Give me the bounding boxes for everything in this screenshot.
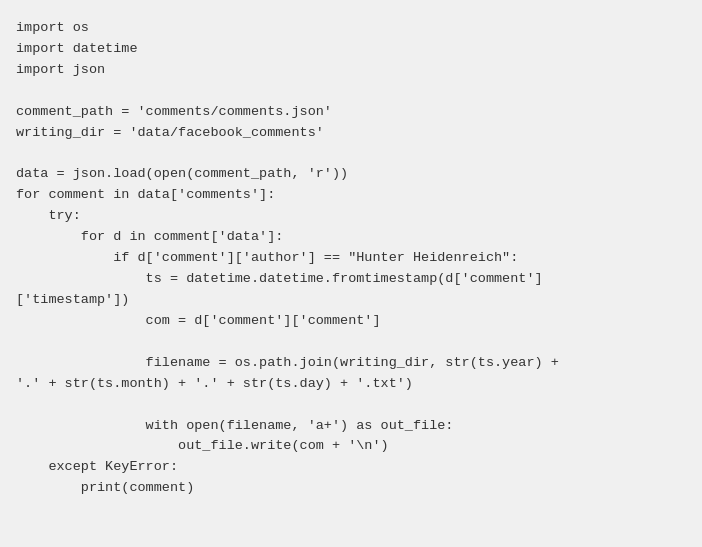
code-line-l14: ['timestamp']) xyxy=(16,290,686,311)
code-line-l11: for d in comment['data']: xyxy=(16,227,686,248)
code-line-l12: if d['comment']['author'] == "Hunter Hei… xyxy=(16,248,686,269)
code-line-l10: try: xyxy=(16,206,686,227)
code-line-l16: ​ xyxy=(16,332,686,353)
code-line-l1: import os xyxy=(16,18,686,39)
code-line-l17: filename = os.path.join(writing_dir, str… xyxy=(16,353,686,374)
code-line-l3: import json xyxy=(16,60,686,81)
code-line-l6: writing_dir = 'data/facebook_comments' xyxy=(16,123,686,144)
code-line-l23: print(comment) xyxy=(16,478,686,499)
code-line-l4: ​ xyxy=(16,81,686,102)
code-line-l5: comment_path = 'comments/comments.json' xyxy=(16,102,686,123)
code-line-l21: out_file.write(com + '\n') xyxy=(16,436,686,457)
code-line-l7: ​ xyxy=(16,144,686,165)
code-line-l15: com = d['comment']['comment'] xyxy=(16,311,686,332)
code-line-l20: with open(filename, 'a+') as out_file: xyxy=(16,416,686,437)
code-block: import osimport datetimeimport json​comm… xyxy=(16,18,686,499)
code-line-l19: ​ xyxy=(16,395,686,416)
code-container: import osimport datetimeimport json​comm… xyxy=(0,0,702,547)
code-line-l9: for comment in data['comments']: xyxy=(16,185,686,206)
code-line-l18: '.' + str(ts.month) + '.' + str(ts.day) … xyxy=(16,374,686,395)
code-line-l22: except KeyError: xyxy=(16,457,686,478)
code-line-l8: data = json.load(open(comment_path, 'r')… xyxy=(16,164,686,185)
code-line-l2: import datetime xyxy=(16,39,686,60)
code-line-l13: ts = datetime.datetime.fromtimestamp(d['… xyxy=(16,269,686,290)
